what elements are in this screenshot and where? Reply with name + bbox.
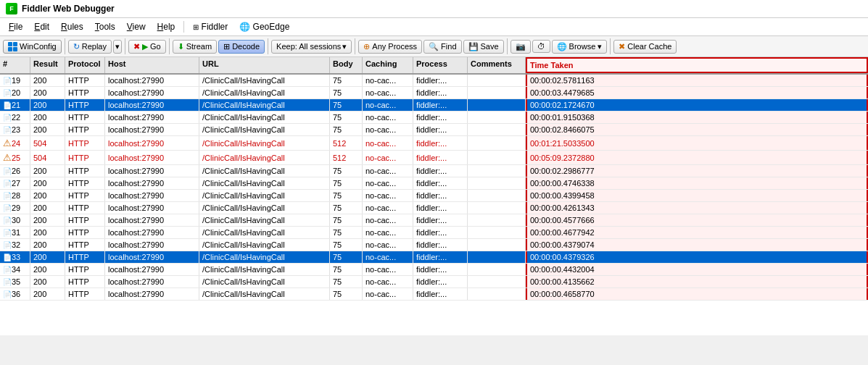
timer-button[interactable]: ⏱: [532, 40, 550, 53]
cell-time-taken: 00:00:03.4479685: [526, 87, 868, 98]
cell-process: fiddler:...: [413, 227, 468, 238]
table-row[interactable]: 📄23 200 HTTP localhost:27990 /ClinicCall…: [0, 124, 868, 136]
keep-dropdown[interactable]: Keep: All sessions ▾: [271, 40, 352, 54]
table-row[interactable]: 📄34 200 HTTP localhost:27990 /ClinicCall…: [0, 264, 868, 276]
col-header-comments[interactable]: Comments: [468, 57, 526, 73]
col-header-url[interactable]: URL: [199, 57, 330, 73]
menu-separator-1: [183, 21, 184, 33]
cell-url: /ClinicCall/IsHavingCall: [199, 165, 330, 177]
cell-time-taken: 00:00:02.2986777: [526, 165, 868, 177]
cell-body: 75: [330, 251, 363, 263]
cell-host: localhost:27990: [105, 239, 199, 251]
cell-num: 📄31: [0, 227, 30, 238]
cell-num: 📄33: [0, 251, 30, 263]
col-header-num[interactable]: #: [0, 57, 30, 73]
menu-view[interactable]: View: [121, 20, 152, 34]
cell-url: /ClinicCall/IsHavingCall: [199, 288, 330, 300]
table-row[interactable]: 📄35 200 HTTP localhost:27990 /ClinicCall…: [0, 276, 868, 288]
any-process-button[interactable]: ⊕ Any Process: [358, 40, 422, 54]
go-button[interactable]: ✖ ▶ Go: [128, 40, 166, 54]
menu-help[interactable]: Help: [152, 20, 181, 34]
title-bar: F Fiddler Web Debugger: [0, 0, 868, 18]
table-row[interactable]: ⚠25 504 HTTP localhost:27990 /ClinicCall…: [0, 151, 868, 165]
table-row[interactable]: ⚠24 504 HTTP localhost:27990 /ClinicCall…: [0, 136, 868, 151]
decode-button[interactable]: ⊞ Decode: [218, 40, 265, 54]
table-row[interactable]: 📄30 200 HTTP localhost:27990 /ClinicCall…: [0, 214, 868, 227]
cell-body: 512: [330, 136, 363, 150]
cell-body: 75: [330, 276, 363, 288]
cell-caching: no-cac...: [363, 177, 413, 189]
cell-process: fiddler:...: [413, 124, 468, 135]
cell-process: fiddler:...: [413, 202, 468, 214]
table-row[interactable]: 📄19 200 HTTP localhost:27990 /ClinicCall…: [0, 75, 868, 87]
table-row[interactable]: 📄22 200 HTTP localhost:27990 /ClinicCall…: [0, 112, 868, 124]
table-row[interactable]: 📄29 200 HTTP localhost:27990 /ClinicCall…: [0, 202, 868, 214]
cell-num: ⚠24: [0, 136, 30, 150]
replay-dropdown[interactable]: ▾: [113, 40, 122, 54]
menu-bar: File Edit Rules Tools View Help ⊞ Fiddle…: [0, 18, 868, 36]
cell-time-taken: 00:00:00.4746338: [526, 177, 868, 189]
menu-geoedge[interactable]: 🌐 GeoEdge: [233, 20, 295, 34]
cell-caching: no-cac...: [363, 214, 413, 226]
cell-protocol: HTTP: [65, 227, 105, 238]
table-row[interactable]: 📄26 200 HTTP localhost:27990 /ClinicCall…: [0, 165, 868, 177]
cell-url: /ClinicCall/IsHavingCall: [199, 214, 330, 226]
cell-process: fiddler:...: [413, 75, 468, 86]
cell-result: 504: [30, 151, 65, 164]
cell-time-taken: 00:00:00.4379074: [526, 239, 868, 251]
table-row[interactable]: 📄27 200 HTTP localhost:27990 /ClinicCall…: [0, 177, 868, 190]
browse-button[interactable]: 🌐 Browse ▾: [552, 40, 608, 54]
cell-body: 75: [330, 190, 363, 201]
page-icon: 📄: [3, 180, 12, 188]
menu-rules[interactable]: Rules: [55, 20, 89, 34]
find-button[interactable]: 🔍 Find: [423, 40, 461, 54]
camera-button[interactable]: 📷: [511, 40, 531, 54]
winconfig-button[interactable]: WinConfig: [3, 40, 62, 54]
table-row[interactable]: 📄28 200 HTTP localhost:27990 /ClinicCall…: [0, 190, 868, 202]
cell-url: /ClinicCall/IsHavingCall: [199, 264, 330, 275]
table-row[interactable]: 📄20 200 HTTP localhost:27990 /ClinicCall…: [0, 87, 868, 99]
replay-button[interactable]: ↻ Replay: [68, 40, 112, 54]
cell-time-taken: 00:00:00.4399458: [526, 190, 868, 201]
timer-icon: ⏱: [537, 42, 545, 51]
cell-caching: no-cac...: [363, 87, 413, 98]
col-header-host[interactable]: Host: [105, 57, 199, 73]
cell-host: localhost:27990: [105, 264, 199, 275]
menu-file[interactable]: File: [3, 20, 28, 34]
table-row[interactable]: 📄32 200 HTTP localhost:27990 /ClinicCall…: [0, 239, 868, 251]
col-header-process[interactable]: Process: [413, 57, 468, 73]
col-header-time-taken[interactable]: Time Taken: [526, 57, 868, 73]
clear-cache-button[interactable]: ✖ Clear Cache: [613, 40, 677, 54]
table-row[interactable]: 📄33 200 HTTP localhost:27990 /ClinicCall…: [0, 251, 868, 264]
cell-process: fiddler:...: [413, 239, 468, 251]
cell-comments: [468, 276, 526, 288]
page-icon: 📄: [3, 241, 12, 249]
cell-url: /ClinicCall/IsHavingCall: [199, 75, 330, 86]
cell-url: /ClinicCall/IsHavingCall: [199, 87, 330, 98]
cell-caching: no-cac...: [363, 264, 413, 275]
cell-host: localhost:27990: [105, 75, 199, 86]
table-row[interactable]: 📄21 200 HTTP localhost:27990 /ClinicCall…: [0, 99, 868, 112]
cell-time-taken: 00:00:01.9150368: [526, 112, 868, 123]
cell-body: 75: [330, 288, 363, 300]
cell-num: ⚠25: [0, 151, 30, 164]
cell-comments: [468, 87, 526, 98]
save-button[interactable]: 💾 Save: [463, 40, 504, 54]
col-header-body[interactable]: Body: [330, 57, 363, 73]
col-header-protocol[interactable]: Protocol: [65, 57, 105, 73]
page-icon: 📄: [3, 101, 12, 109]
col-header-result[interactable]: Result: [30, 57, 65, 73]
cell-num: 📄20: [0, 87, 30, 98]
page-icon: 📄: [3, 217, 12, 225]
stream-button[interactable]: ⬇ Stream: [173, 40, 217, 54]
cell-num: 📄32: [0, 239, 30, 251]
menu-tools[interactable]: Tools: [89, 20, 121, 34]
menu-fiddler[interactable]: ⊞ Fiddler: [187, 20, 233, 34]
menu-edit[interactable]: Edit: [28, 20, 55, 34]
cell-host: localhost:27990: [105, 227, 199, 238]
col-header-caching[interactable]: Caching: [363, 57, 413, 73]
cell-host: localhost:27990: [105, 87, 199, 98]
table-row[interactable]: 📄36 200 HTTP localhost:27990 /ClinicCall…: [0, 288, 868, 301]
table-row[interactable]: 📄31 200 HTTP localhost:27990 /ClinicCall…: [0, 227, 868, 239]
page-icon: 📄: [3, 290, 12, 298]
